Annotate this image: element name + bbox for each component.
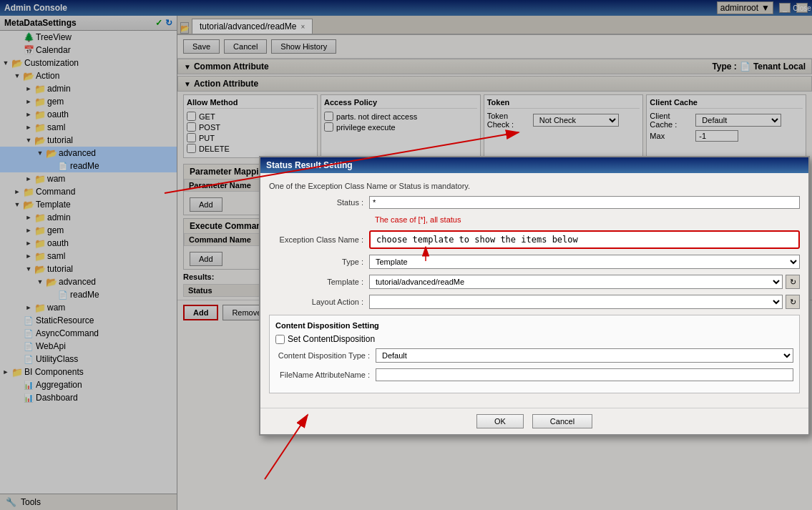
modal-status-hint: The case of [*], all status xyxy=(375,215,461,224)
filename-input[interactable] xyxy=(376,368,793,381)
set-cd-label: Set ContentDisposition xyxy=(288,334,375,344)
modal-exception-row: Exception Class Name : choose template t… xyxy=(269,230,800,249)
cd-type-row: Content Disposition Type : Default xyxy=(275,348,793,363)
modal-layout-refresh-button[interactable]: ↻ xyxy=(786,295,800,309)
modal-template-select[interactable]: tutorial/advanced/readMe xyxy=(369,275,783,289)
modal-layout-row: Layout Action : ↻ xyxy=(269,295,800,309)
filename-row: FileName AttributeName : xyxy=(275,368,793,381)
filename-label: FileName AttributeName : xyxy=(275,371,376,379)
modal-ok-button[interactable]: OK xyxy=(476,414,524,428)
set-cd-row: Set ContentDisposition xyxy=(275,334,793,344)
modal-type-label: Type : xyxy=(269,258,369,266)
modal-type-select[interactable]: Template xyxy=(369,255,800,269)
modal-exception-label: Exception Class Name : xyxy=(269,235,369,244)
modal-status-hint-row: The case of [*], all status xyxy=(375,215,800,225)
modal-template-row: Template : tutorial/advanced/readMe ↻ xyxy=(269,275,800,289)
modal-overlay: Status Result Setting One of the Excepti… xyxy=(0,0,812,510)
modal-mandatory: One of the Exception Class Name or Statu… xyxy=(269,182,800,190)
modal-cancel-button[interactable]: Cancel xyxy=(532,414,592,428)
modal-type-row: Type : Template xyxy=(269,255,800,269)
modal-template-refresh-button[interactable]: ↻ xyxy=(786,275,800,289)
modal-layout-select[interactable] xyxy=(369,295,783,309)
set-cd-checkbox[interactable] xyxy=(275,335,285,344)
cd-section: Content Disposition Setting Set ContentD… xyxy=(269,315,800,393)
modal-layout-label: Layout Action : xyxy=(269,298,369,306)
modal-footer: OK Cancel xyxy=(260,408,808,434)
cd-type-label: Content Disposition Type : xyxy=(275,351,376,360)
cd-title: Content Disposition Setting xyxy=(275,321,793,330)
modal-dialog: Status Result Setting One of the Excepti… xyxy=(259,156,810,436)
modal-status-label: Status : xyxy=(269,198,369,207)
modal-status-row: Status : xyxy=(269,196,800,209)
modal-exception-input[interactable]: choose template to show the items below xyxy=(369,230,800,249)
modal-title-text: Status Result Setting xyxy=(266,160,353,170)
modal-status-input[interactable] xyxy=(369,196,800,209)
modal-template-label: Template : xyxy=(269,278,369,286)
modal-title-bar: Status Result Setting xyxy=(260,157,808,173)
cd-type-select[interactable]: Default xyxy=(376,348,793,363)
modal-content: One of the Exception Class Name or Statu… xyxy=(260,173,808,408)
